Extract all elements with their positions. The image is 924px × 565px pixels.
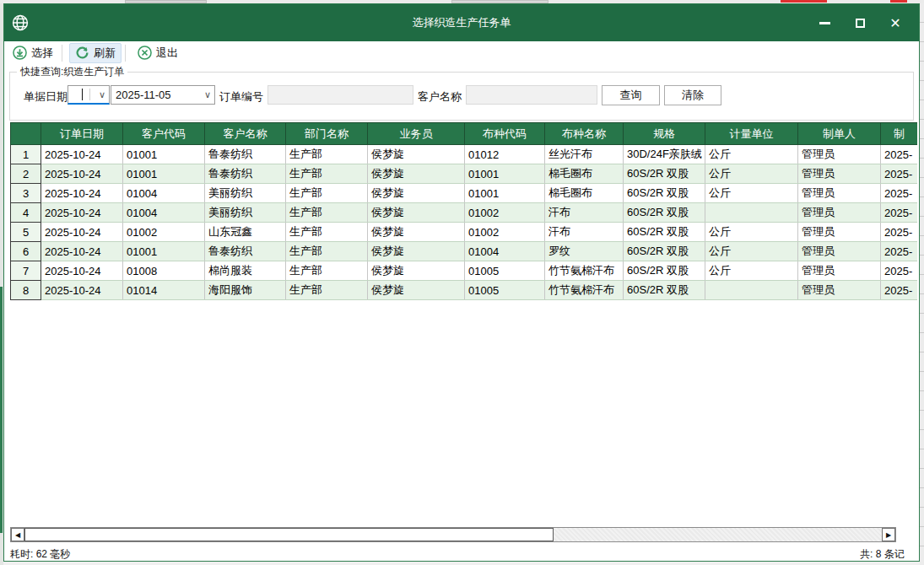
table-cell[interactable]: 2025- (881, 164, 918, 184)
table-cell[interactable]: 2025-10-24 (41, 184, 123, 203)
row-number-cell[interactable]: 2 (11, 164, 41, 184)
table-cell[interactable]: 60S/2R 双股 (624, 184, 705, 203)
table-header-cell[interactable]: 客户代码 (123, 123, 205, 145)
row-number-cell[interactable]: 8 (11, 281, 41, 300)
table-cell[interactable]: 01001 (123, 145, 205, 164)
table-row[interactable]: 82025-10-2401014海阳服饰生产部侯梦旋01005竹节氨棉汗布60S… (11, 281, 918, 300)
table-cell[interactable]: 棉尚服装 (205, 261, 286, 281)
table-cell[interactable]: 01001 (123, 164, 205, 184)
table-cell[interactable]: 2025- (881, 223, 918, 242)
table-cell[interactable]: 美丽纺织 (205, 184, 286, 203)
table-header-cell[interactable]: 制单人 (798, 123, 881, 145)
table-cell[interactable]: 海阳服饰 (205, 281, 286, 300)
table-header-cell[interactable]: 客户名称 (205, 123, 286, 145)
row-number-cell[interactable]: 7 (11, 261, 41, 281)
close-button[interactable]: ✕ (883, 12, 907, 34)
table-cell[interactable]: 山东冠鑫 (205, 223, 286, 242)
table-cell[interactable]: 鲁泰纺织 (205, 242, 286, 261)
table-cell[interactable]: 01001 (465, 184, 545, 203)
table-cell[interactable]: 生产部 (286, 164, 368, 184)
table-cell[interactable] (705, 203, 798, 223)
table-cell[interactable]: 01005 (465, 261, 545, 281)
table-cell[interactable]: 60S/2R 双股 (624, 261, 705, 281)
table-cell[interactable]: 管理员 (798, 261, 881, 281)
row-number-cell[interactable]: 3 (11, 184, 41, 203)
table-cell[interactable]: 01002 (123, 223, 205, 242)
table-cell[interactable]: 侯梦旋 (368, 184, 465, 203)
table-cell[interactable]: 公斤 (705, 184, 798, 203)
row-number-cell[interactable]: 4 (11, 203, 41, 223)
table-cell[interactable]: 公斤 (705, 261, 798, 281)
table-row[interactable]: 52025-10-2401002山东冠鑫生产部侯梦旋01002汗布60S/2R … (11, 223, 918, 242)
table-header-cell[interactable]: 制 (881, 123, 918, 145)
table-cell[interactable]: 01004 (465, 242, 545, 261)
table-cell[interactable]: 生产部 (286, 203, 368, 223)
table-cell[interactable]: 汗布 (545, 223, 624, 242)
table-cell[interactable]: 2025-10-24 (41, 223, 123, 242)
table-cell[interactable]: 60S/2R 双股 (624, 281, 705, 300)
date-operator-combobox[interactable]: ∨ (68, 85, 110, 105)
maximize-button[interactable] (848, 12, 872, 34)
customer-input[interactable] (466, 85, 597, 105)
table-cell[interactable]: 60S/2R 双股 (624, 223, 705, 242)
table-cell[interactable]: 管理员 (798, 184, 881, 203)
table-cell[interactable]: 竹节氨棉汗布 (545, 281, 624, 300)
chevron-down-icon[interactable]: ∨ (204, 89, 211, 100)
table-header-cell[interactable]: 布种名称 (545, 123, 624, 145)
minimize-button[interactable] (813, 12, 836, 34)
table-cell[interactable]: 2025-10-24 (41, 281, 123, 300)
table-cell[interactable]: 01002 (465, 223, 545, 242)
table-cell[interactable]: 公斤 (705, 145, 798, 164)
table-cell[interactable]: 公斤 (705, 242, 798, 261)
horizontal-scrollbar[interactable]: ◀ ▶ (10, 527, 896, 542)
table-cell[interactable]: 棉毛圈布 (545, 164, 624, 184)
search-button[interactable]: 查询 (602, 85, 660, 105)
title-bar[interactable]: 选择织造生产任务单 ✕ (4, 4, 919, 41)
table-cell[interactable]: 生产部 (286, 281, 368, 300)
table-cell[interactable]: 竹节氨棉汗布 (545, 261, 624, 281)
table-row[interactable]: 42025-10-2401004美丽纺织生产部侯梦旋01002汗布60S/2R … (11, 203, 918, 223)
table-cell[interactable]: 01002 (465, 203, 545, 223)
table-cell[interactable]: 侯梦旋 (368, 145, 465, 164)
table-cell[interactable]: 生产部 (286, 261, 368, 281)
table-cell[interactable]: 01004 (123, 203, 205, 223)
chevron-down-icon[interactable]: ∨ (99, 89, 105, 100)
table-row[interactable]: 62025-10-2401001鲁泰纺织生产部侯梦旋01004罗纹60S/2R … (11, 242, 918, 261)
row-number-cell[interactable]: 1 (11, 145, 41, 164)
table-cell[interactable]: 棉毛圈布 (545, 184, 624, 203)
table-cell[interactable]: 侯梦旋 (368, 203, 465, 223)
table-row[interactable]: 72025-10-2401008棉尚服装生产部侯梦旋01005竹节氨棉汗布60S… (11, 261, 918, 281)
table-row[interactable]: 22025-10-2401001鲁泰纺织生产部侯梦旋01001棉毛圈布60S/2… (11, 164, 918, 184)
table-cell[interactable]: 侯梦旋 (368, 164, 465, 184)
refresh-button[interactable]: 刷新 (69, 43, 122, 63)
scrollbar-thumb[interactable] (24, 528, 554, 541)
table-cell[interactable]: 01005 (465, 281, 545, 300)
table-cell[interactable]: 生产部 (286, 223, 368, 242)
table-cell[interactable]: 侯梦旋 (368, 223, 465, 242)
table-header-cell[interactable]: 订单日期 (41, 123, 123, 145)
table-cell[interactable]: 60S/2R 双股 (624, 242, 705, 261)
table-cell[interactable]: 2025-10-24 (41, 261, 123, 281)
scroll-left-arrow-icon[interactable]: ◀ (11, 528, 24, 541)
table-cell[interactable]: 管理员 (798, 223, 881, 242)
table-cell[interactable]: 01012 (465, 145, 545, 164)
table-cell[interactable]: 鲁泰纺织 (205, 145, 286, 164)
table-cell[interactable]: 侯梦旋 (368, 242, 465, 261)
table-cell[interactable]: 2025- (881, 145, 918, 164)
table-header-cell[interactable]: 部门名称 (286, 123, 368, 145)
table-header-cell[interactable]: 业务员 (368, 123, 465, 145)
table-cell[interactable]: 管理员 (798, 164, 881, 184)
row-number-cell[interactable]: 6 (11, 242, 41, 261)
table-cell[interactable]: 生产部 (286, 145, 368, 164)
table-cell[interactable]: 管理员 (798, 242, 881, 261)
table-header-cell[interactable] (11, 123, 41, 145)
table-header-cell[interactable]: 规格 (624, 123, 705, 145)
table-cell[interactable]: 2025-10-24 (41, 164, 123, 184)
clear-button[interactable]: 清除 (664, 85, 721, 105)
row-number-cell[interactable]: 5 (11, 223, 41, 242)
table-cell[interactable]: 01004 (123, 184, 205, 203)
table-cell[interactable]: 01014 (123, 281, 205, 300)
table-row[interactable]: 12025-10-2401001鲁泰纺织生产部侯梦旋01012丝光汗布30D/2… (11, 145, 918, 164)
table-cell[interactable]: 01008 (123, 261, 205, 281)
table-header-cell[interactable]: 计量单位 (705, 123, 798, 145)
